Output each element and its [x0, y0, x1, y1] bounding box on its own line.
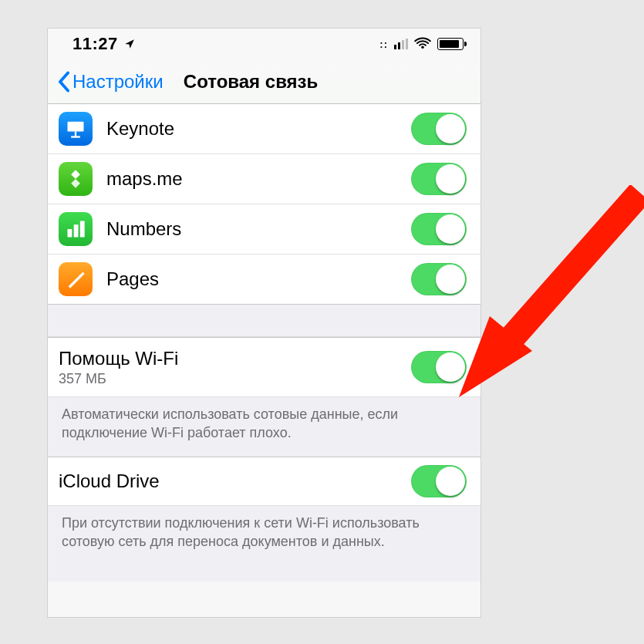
mapsme-icon — [59, 162, 93, 196]
numbers-icon — [59, 212, 93, 246]
location-services-icon — [124, 34, 135, 54]
icloud-drive-title: iCloud Drive — [59, 470, 411, 492]
icloud-drive-row: iCloud Drive — [48, 457, 480, 506]
phone-frame: 11:27 :: — [47, 28, 481, 618]
app-row-numbers: Numbers — [48, 204, 480, 255]
svg-rect-0 — [68, 122, 84, 132]
svg-rect-3 — [68, 229, 72, 238]
battery-icon — [437, 38, 464, 50]
page-title: Сотовая связь — [184, 71, 318, 93]
chevron-left-icon — [57, 71, 71, 93]
svg-line-6 — [494, 193, 640, 359]
keynote-icon — [59, 112, 93, 146]
dual-sim-icon: :: — [379, 39, 388, 50]
toggle-pages[interactable] — [411, 263, 467, 295]
app-row-keynote: Keynote — [48, 104, 480, 154]
toggle-icloud-drive[interactable] — [411, 465, 467, 497]
toggle-keynote[interactable] — [411, 113, 467, 145]
app-label: maps.me — [106, 168, 411, 190]
svg-rect-2 — [71, 136, 80, 137]
toggle-wifi-assist[interactable] — [411, 351, 467, 383]
svg-rect-5 — [80, 221, 85, 238]
status-bar: 11:27 :: — [48, 29, 480, 59]
wifi-assist-title: Помощь Wi-Fi — [59, 348, 411, 369]
toggle-mapsme[interactable] — [411, 163, 467, 195]
wifi-icon — [414, 34, 431, 54]
app-row-mapsme: maps.me — [48, 154, 480, 204]
app-label: Pages — [106, 268, 411, 290]
wifi-assist-footer: Автоматически использовать сотовые данны… — [48, 397, 480, 457]
wifi-assist-subtitle: 357 МБ — [59, 371, 411, 387]
status-time: 11:27 — [72, 34, 118, 54]
nav-bar: Настройки Сотовая связь — [48, 59, 480, 104]
back-label: Настройки — [72, 71, 164, 93]
svg-rect-4 — [74, 224, 79, 237]
back-button[interactable]: Настройки — [57, 71, 164, 93]
wifi-assist-row: Помощь Wi-Fi 357 МБ — [48, 337, 480, 397]
app-label: Numbers — [106, 218, 411, 240]
app-label: Keynote — [106, 118, 411, 140]
cellular-signal-icon — [394, 39, 408, 49]
icloud-drive-footer: При отсутствии подключения к сети Wi-Fi … — [48, 506, 480, 582]
pages-icon — [59, 262, 93, 296]
app-row-pages: Pages — [48, 255, 480, 305]
toggle-numbers[interactable] — [411, 213, 467, 245]
